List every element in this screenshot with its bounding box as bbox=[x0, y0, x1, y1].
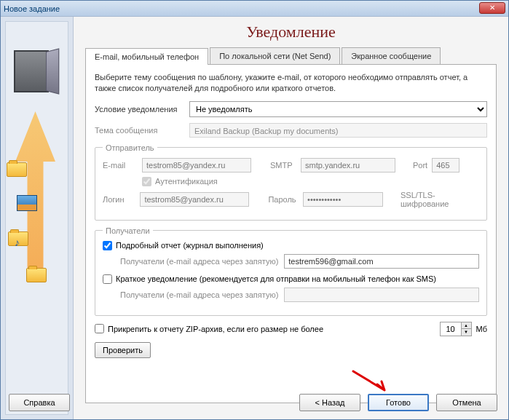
ssl-label: SSL/TLS-шифрование bbox=[401, 191, 479, 208]
close-button[interactable]: ✕ bbox=[479, 2, 505, 14]
folder-icon bbox=[26, 268, 48, 287]
page-title: Уведомление bbox=[85, 23, 497, 41]
subject-value: Exiland Backup (Backup my documents) bbox=[189, 123, 487, 138]
attach-checkbox[interactable]: Прикрепить к отчету ZIP-архив, если его … bbox=[95, 324, 323, 333]
password-input[interactable] bbox=[303, 192, 383, 207]
attach-checkbox-input[interactable] bbox=[95, 324, 104, 333]
attach-size-spinner[interactable]: ▲▼ bbox=[440, 322, 472, 336]
sender-email-input[interactable] bbox=[142, 158, 251, 173]
brief-recip-input bbox=[284, 288, 479, 302]
attach-size-input[interactable] bbox=[441, 322, 461, 336]
login-label: Логин bbox=[103, 195, 135, 204]
recipients-legend: Получатели bbox=[103, 226, 153, 235]
detailed-checkbox[interactable]: Подробный отчет (журнал выполнения) bbox=[103, 241, 479, 250]
wizard-sidebar: ♪ bbox=[1, 17, 74, 419]
port-label: Port bbox=[413, 161, 427, 170]
tab-screen[interactable]: Экранное сообщение bbox=[342, 47, 441, 64]
brief-recip-label: Получатели (e-mail адреса через запятую) bbox=[120, 290, 278, 299]
tab-email[interactable]: E-mail, мобильный телефон bbox=[85, 48, 208, 65]
cancel-button[interactable]: Отмена bbox=[436, 394, 497, 411]
photo-icon bbox=[17, 195, 39, 214]
finish-button[interactable]: Готово bbox=[368, 394, 429, 411]
back-button[interactable]: < Назад bbox=[299, 394, 360, 411]
tabs: E-mail, мобильный телефон По локальной с… bbox=[85, 47, 497, 65]
brief-checkbox-input[interactable] bbox=[103, 274, 112, 284]
tab-netsend[interactable]: По локальной сети (Net Send) bbox=[210, 47, 340, 64]
folder-icon bbox=[7, 162, 28, 181]
auth-checkbox[interactable]: Аутентификация bbox=[142, 177, 218, 186]
condition-select[interactable]: Не уведомлять bbox=[189, 101, 487, 117]
tab-pane: Выберите тему сообщения по шаблону, укаж… bbox=[85, 65, 497, 403]
detailed-recip-input[interactable] bbox=[284, 254, 479, 269]
sender-legend: Отправитель bbox=[103, 143, 157, 152]
spin-up[interactable]: ▲ bbox=[461, 322, 471, 329]
detailed-checkbox-input[interactable] bbox=[103, 241, 112, 250]
music-folder-icon: ♪ bbox=[8, 231, 30, 250]
recipients-group: Получатели Подробный отчет (журнал выпол… bbox=[95, 226, 487, 316]
window-title: Новое задание bbox=[4, 4, 60, 13]
port-input[interactable] bbox=[432, 158, 459, 173]
sender-group: Отправитель E-mail SMTP Port Аутентиф bbox=[95, 143, 487, 221]
help-button[interactable]: Справка bbox=[9, 394, 70, 411]
titlebar: Новое задание ✕ bbox=[1, 1, 508, 17]
smtp-input[interactable] bbox=[301, 158, 395, 173]
condition-label: Условие уведомления bbox=[95, 105, 189, 114]
login-input[interactable] bbox=[140, 192, 249, 207]
password-label: Пароль bbox=[268, 195, 299, 204]
subject-label: Тема сообщения bbox=[95, 126, 189, 135]
safe-icon bbox=[14, 47, 58, 95]
spin-down[interactable]: ▼ bbox=[461, 329, 471, 336]
verify-button[interactable]: Проверить bbox=[95, 342, 151, 358]
attach-unit: Мб bbox=[476, 325, 487, 333]
brief-checkbox[interactable]: Краткое уведомление (рекомендуется для о… bbox=[103, 274, 479, 284]
auth-checkbox-input[interactable] bbox=[142, 177, 151, 186]
smtp-label: SMTP bbox=[270, 161, 296, 170]
detailed-recip-label: Получатели (e-mail адреса через запятую) bbox=[120, 257, 278, 266]
intro-text: Выберите тему сообщения по шаблону, укаж… bbox=[95, 72, 487, 94]
email-label: E-mail bbox=[103, 161, 138, 170]
